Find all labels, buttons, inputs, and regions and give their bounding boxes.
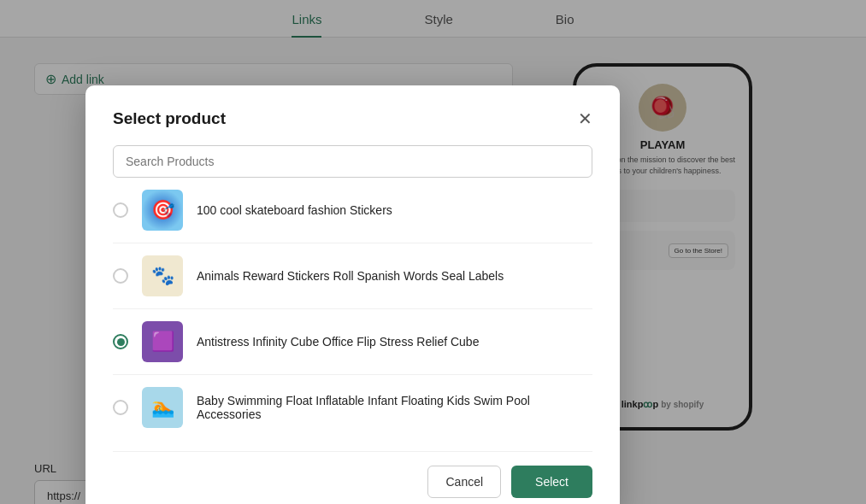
list-item[interactable]: 🏊Baby Swimming Float Inflatable Infant F… bbox=[113, 375, 592, 434]
search-products-input[interactable] bbox=[113, 145, 592, 178]
product-thumbnail: 🟪 bbox=[142, 321, 183, 362]
modal-header: Select product ✕ bbox=[113, 109, 592, 128]
list-item[interactable]: 🐾Animals Reward Stickers Roll Spanish Wo… bbox=[113, 243, 592, 309]
product-thumbnail: 🏊 bbox=[142, 387, 183, 428]
select-product-modal: Select product ✕ 🎯100 cool skateboard fa… bbox=[85, 85, 620, 504]
product-radio[interactable] bbox=[113, 268, 128, 284]
modal-close-button[interactable]: ✕ bbox=[578, 110, 592, 127]
product-list: 🎯100 cool skateboard fashion Stickers🐾An… bbox=[113, 178, 592, 434]
cancel-button[interactable]: Cancel bbox=[427, 466, 501, 498]
modal-title: Select product bbox=[113, 109, 226, 128]
product-radio[interactable] bbox=[113, 400, 128, 415]
product-name: Antistress Infinity Cube Office Flip Str… bbox=[197, 335, 592, 349]
list-item[interactable]: 🎯100 cool skateboard fashion Stickers bbox=[113, 178, 592, 243]
select-button[interactable]: Select bbox=[511, 466, 592, 498]
product-radio[interactable] bbox=[113, 334, 128, 349]
product-thumbnail: 🐾 bbox=[142, 255, 183, 296]
product-name: 100 cool skateboard fashion Stickers bbox=[197, 203, 592, 217]
product-name: Baby Swimming Float Inflatable Infant Fl… bbox=[197, 394, 592, 421]
product-name: Animals Reward Stickers Roll Spanish Wor… bbox=[197, 269, 592, 283]
product-thumbnail: 🎯 bbox=[142, 190, 183, 231]
list-item[interactable]: 🟪Antistress Infinity Cube Office Flip St… bbox=[113, 309, 592, 375]
modal-footer: Cancel Select bbox=[113, 451, 592, 498]
product-radio[interactable] bbox=[113, 202, 128, 218]
